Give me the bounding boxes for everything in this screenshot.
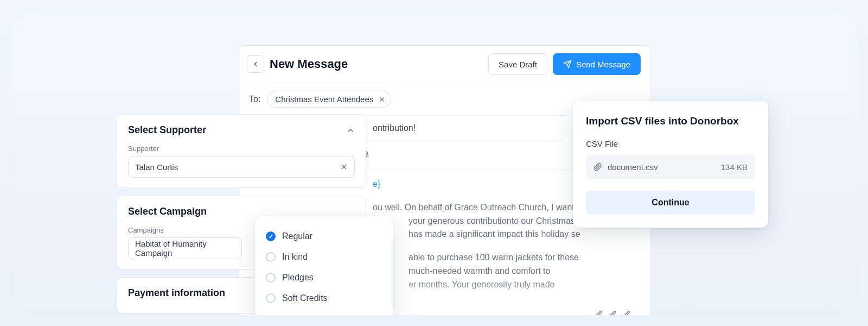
- send-icon: [563, 60, 572, 68]
- continue-button[interactable]: Continue: [586, 191, 755, 215]
- to-label: To:: [249, 95, 260, 104]
- type-option-in-kind[interactable]: In kind: [266, 247, 382, 267]
- send-message-label: Send Message: [576, 60, 630, 69]
- pencil-icon[interactable]: [608, 310, 617, 315]
- type-option-pledges[interactable]: Pledges: [266, 267, 382, 288]
- merge-tag-fragment: e}: [373, 179, 380, 189]
- recipient-chip[interactable]: Christmas Event Attendees: [267, 91, 391, 108]
- save-draft-label: Save Draft: [499, 60, 537, 69]
- type-option-label: Regular: [282, 231, 312, 241]
- csv-file-row[interactable]: document.csv 134 KB: [586, 155, 755, 179]
- stage: New Message Save Draft Send Message To: …: [11, 11, 857, 315]
- pencil-icon[interactable]: [622, 310, 631, 315]
- composer-header: New Message Save Draft Send Message: [239, 46, 650, 83]
- select-supporter-card: Select Supporter Supporter Talan Curtis: [117, 114, 366, 188]
- radio-unchecked-icon: [266, 293, 276, 303]
- page-title: New Message: [270, 57, 483, 71]
- save-draft-button[interactable]: Save Draft: [488, 53, 547, 75]
- field-label: Supporter: [128, 145, 355, 153]
- csv-field-label: CSV File: [586, 139, 755, 148]
- remove-recipient-icon[interactable]: [379, 96, 385, 103]
- donation-type-popover: Regular In kind Pledges Soft Credits: [255, 216, 393, 315]
- clear-icon[interactable]: [340, 163, 348, 171]
- campaign-value: Habitat of Humanity Campaign: [135, 239, 235, 258]
- radio-unchecked-icon: [266, 273, 276, 283]
- type-option-label: Soft Credits: [282, 293, 328, 303]
- paperclip-icon: [593, 162, 602, 171]
- card-title: Select Supporter: [128, 124, 206, 136]
- type-option-label: In kind: [282, 252, 308, 262]
- supporter-input[interactable]: Talan Curtis: [128, 156, 355, 178]
- csv-import-card: Import CSV files into Donorbox CSV File …: [573, 101, 768, 228]
- body-edit-icons: [594, 310, 631, 315]
- type-option-label: Pledges: [282, 273, 314, 283]
- continue-label: Continue: [652, 198, 689, 208]
- pencil-icon[interactable]: [594, 310, 603, 315]
- chevron-left-icon: [252, 60, 259, 68]
- send-message-button[interactable]: Send Message: [553, 53, 641, 75]
- csv-filename: document.csv: [608, 162, 716, 172]
- type-option-soft-credits[interactable]: Soft Credits: [266, 288, 382, 309]
- radio-unchecked-icon: [266, 252, 276, 262]
- campaign-input[interactable]: Habitat of Humanity Campaign: [128, 237, 242, 259]
- collapse-icon[interactable]: [346, 126, 355, 135]
- card-title: Select Campaign: [128, 206, 355, 217]
- type-option-regular[interactable]: Regular: [266, 226, 382, 247]
- radio-checked-icon: [266, 231, 276, 241]
- back-button[interactable]: [247, 55, 264, 73]
- csv-card-title: Import CSV files into Donorbox: [586, 115, 755, 127]
- recipient-chip-label: Christmas Event Attendees: [275, 95, 373, 104]
- csv-filesize: 134 KB: [721, 162, 748, 172]
- supporter-value: Talan Curtis: [135, 162, 178, 172]
